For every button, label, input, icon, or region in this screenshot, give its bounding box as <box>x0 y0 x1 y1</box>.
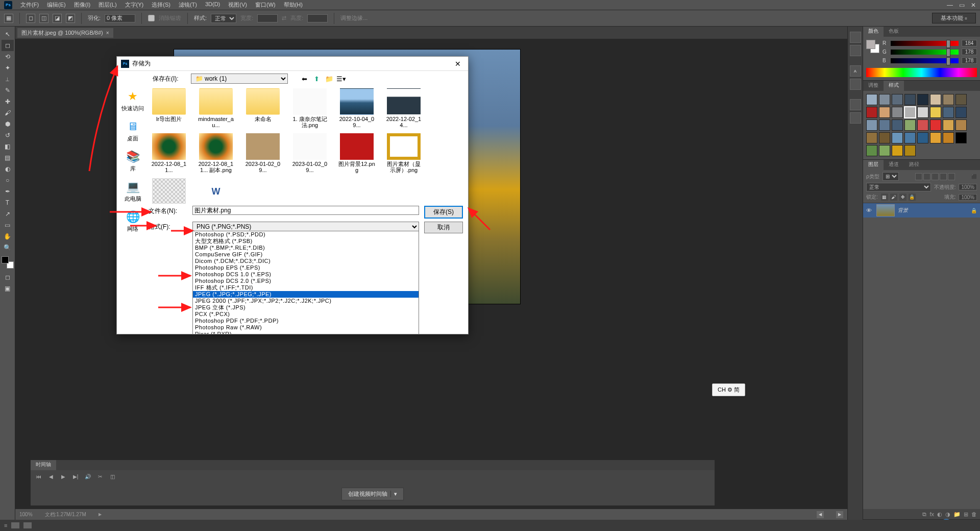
style-swatch[interactable] <box>930 132 941 143</box>
paths-tab[interactable]: 路径 <box>904 160 924 170</box>
filter-pixel-icon[interactable] <box>915 173 922 180</box>
format-option[interactable]: Photoshop (*.PSD;*.PDD) <box>193 231 419 238</box>
styles-tab[interactable]: 样式 <box>884 81 904 91</box>
layer-row-background[interactable]: 👁 背景 🔒 <box>863 203 980 218</box>
bottom-icon[interactable] <box>23 522 32 528</box>
sidebar-network[interactable]: 🌐网络 <box>125 210 141 233</box>
r-value[interactable]: 184 <box>962 40 977 46</box>
style-swatch[interactable] <box>917 132 928 143</box>
file-item[interactable]: 图片素材.png <box>150 178 188 204</box>
link-layers-icon[interactable]: ⧉ <box>922 511 926 518</box>
screen-mode-icon[interactable]: ▣ <box>2 283 14 294</box>
crop-tool[interactable]: ⟂ <box>2 74 14 85</box>
up-icon[interactable]: ⬆ <box>312 74 322 83</box>
blur-tool[interactable]: ◐ <box>2 163 14 175</box>
style-swatch[interactable] <box>879 119 890 131</box>
wand-tool[interactable]: ✦ <box>2 62 14 74</box>
next-frame-icon[interactable]: ▶| <box>71 472 80 480</box>
style-swatch[interactable] <box>955 119 967 131</box>
history-dock-icon[interactable] <box>850 32 861 43</box>
swatches-tab[interactable]: 色板 <box>884 27 904 37</box>
zoom-level[interactable]: 100% <box>19 512 33 517</box>
style-swatch[interactable] <box>904 132 916 143</box>
style-swatch[interactable] <box>866 94 877 105</box>
format-option[interactable]: BMP (*.BMP;*.RLE;*.DIB) <box>193 245 419 251</box>
feather-input[interactable] <box>105 14 135 22</box>
adjustment-layer-icon[interactable]: ◑ <box>945 511 950 518</box>
lock-all-icon[interactable]: 🔒 <box>909 194 916 201</box>
heal-tool[interactable]: ✚ <box>2 96 14 107</box>
scroll-left-icon[interactable]: ◀ <box>817 511 824 518</box>
delete-layer-icon[interactable]: 🗑 <box>971 511 977 517</box>
b-value[interactable]: 178 <box>962 57 977 64</box>
lock-image-icon[interactable]: 🖌 <box>890 194 897 201</box>
style-swatch[interactable] <box>917 107 928 118</box>
file-item[interactable]: mindmaster_au... <box>197 88 235 128</box>
style-swatch[interactable] <box>943 132 954 143</box>
style-swatch[interactable] <box>892 145 903 156</box>
menu-item[interactable]: 视图(V) <box>224 1 251 9</box>
back-icon[interactable]: ⬅ <box>300 74 309 83</box>
file-item[interactable]: W图片素材01.png <box>197 178 235 204</box>
menu-item[interactable]: 帮助(H) <box>280 1 307 9</box>
sidebar-desktop[interactable]: 🖥桌面 <box>125 119 141 142</box>
file-item[interactable]: 2022-12-08_11... 副本.png <box>197 133 235 173</box>
subtract-selection-icon[interactable]: ◪ <box>53 14 62 23</box>
filter-shape-icon[interactable] <box>940 173 947 180</box>
clone-dock-icon[interactable] <box>850 112 861 124</box>
width-input[interactable] <box>257 14 278 22</box>
ime-indicator[interactable]: CH ⚙ 简 <box>712 383 745 396</box>
chevron-right-icon[interactable]: ▶ <box>99 512 102 517</box>
style-swatch[interactable] <box>892 119 903 131</box>
move-tool[interactable]: ↖ <box>2 29 14 40</box>
sidebar-quick-access[interactable]: ★快速访问 <box>121 89 144 112</box>
format-option[interactable]: Photoshop Raw (*.RAW) <box>193 324 419 331</box>
file-item[interactable]: 2022-12-02_14... <box>384 88 423 128</box>
style-swatch[interactable] <box>892 107 903 118</box>
style-swatch[interactable] <box>930 107 941 118</box>
add-selection-icon[interactable]: ◫ <box>39 14 48 23</box>
dialog-close-button[interactable]: ✕ <box>452 60 464 68</box>
type-tool[interactable]: T <box>2 197 14 208</box>
style-swatch[interactable] <box>866 145 877 156</box>
style-swatch[interactable] <box>917 94 928 105</box>
color-spectrum[interactable] <box>866 68 977 77</box>
refine-edge-button[interactable]: 调整边缘... <box>340 14 368 22</box>
save-in-select[interactable]: 📁 work (1) <box>191 74 288 84</box>
close-button[interactable]: ✕ <box>971 2 976 9</box>
menu-item[interactable]: 选择(S) <box>148 1 175 9</box>
format-dropdown-list[interactable]: Photoshop (*.PSD;*.PDD)大型文档格式 (*.PSB)BMP… <box>192 231 419 334</box>
file-item[interactable]: 2022-10-04_09... <box>337 88 376 128</box>
format-option[interactable]: PCX (*.PCX) <box>193 311 419 318</box>
goto-first-icon[interactable]: ⏮ <box>35 472 43 480</box>
prev-frame-icon[interactable]: ◀ <box>47 472 55 480</box>
style-swatch[interactable] <box>866 119 877 131</box>
style-swatch[interactable] <box>866 132 877 143</box>
paragraph-dock-icon[interactable] <box>850 79 861 90</box>
format-option[interactable]: Photoshop EPS (*.EPS) <box>193 264 419 271</box>
style-swatch[interactable] <box>904 94 916 105</box>
style-swatch[interactable] <box>930 119 941 131</box>
format-option[interactable]: Pixar (*.PXR) <box>193 331 419 334</box>
menu-item[interactable]: 文字(Y) <box>121 1 148 9</box>
blend-mode-select[interactable]: 正常 <box>866 183 931 191</box>
sidebar-library[interactable]: 📚库 <box>125 150 141 173</box>
format-select[interactable]: PNG (*.PNG;*.PNS) <box>192 222 419 232</box>
menu-item[interactable]: 窗口(W) <box>251 1 280 9</box>
layer-name[interactable]: 背景 <box>898 207 968 214</box>
menu-item[interactable]: 图像(I) <box>70 1 94 9</box>
file-item[interactable]: 未命名 <box>243 88 282 128</box>
format-option[interactable]: Photoshop PDF (*.PDF;*.PDP) <box>193 318 419 324</box>
menu-item[interactable]: 文件(F) <box>16 1 43 9</box>
new-layer-icon[interactable]: ⊞ <box>964 511 968 518</box>
dodge-tool[interactable]: ○ <box>2 175 14 186</box>
minimize-button[interactable]: — <box>947 2 953 9</box>
filter-smart-icon[interactable] <box>948 173 955 180</box>
marquee-tool-icon[interactable]: ▦ <box>4 14 13 23</box>
style-swatch[interactable] <box>879 132 890 143</box>
lock-position-icon[interactable]: ✥ <box>899 194 906 201</box>
format-option[interactable]: IFF 格式 (*.IFF;*.TDI) <box>193 284 419 291</box>
format-option[interactable]: JPEG 立体 (*.JPS) <box>193 304 419 311</box>
style-swatch[interactable] <box>943 107 954 118</box>
color-tab[interactable]: 颜色 <box>863 27 884 37</box>
